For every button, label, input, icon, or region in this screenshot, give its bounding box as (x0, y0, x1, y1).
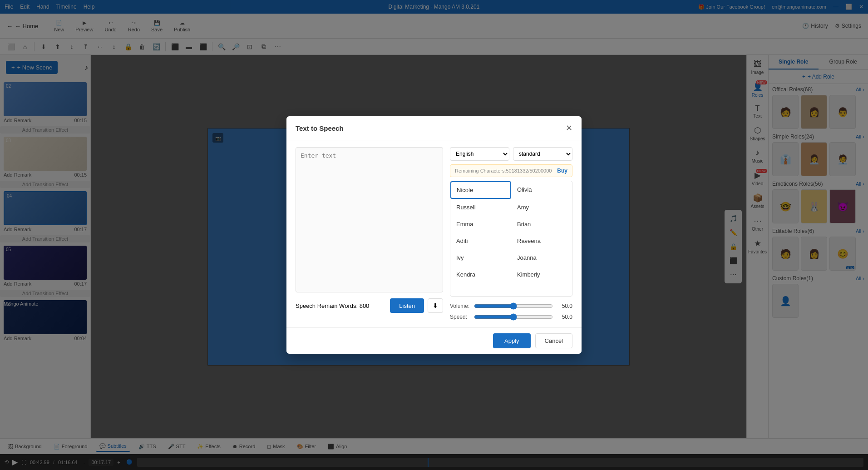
voice-selectors: English Chinese French standard neural (450, 147, 572, 161)
speed-slider[interactable] (474, 313, 553, 321)
voice-item-emma[interactable]: Emma (450, 216, 511, 233)
speed-row: Speed: 50.0 (450, 313, 572, 321)
sliders: Volume: 50.0 Speed: 50.0 (450, 302, 572, 321)
volume-value: 50.0 (557, 303, 572, 309)
volume-slider[interactable] (474, 302, 553, 310)
speech-controls: Speech Remain Words: 800 Listen ⬇ (296, 294, 443, 315)
chars-info: Remaining Characters:50181332/50200000 B… (450, 164, 572, 177)
speed-value: 50.0 (557, 314, 572, 320)
tts-text-input[interactable] (296, 147, 443, 292)
voice-item-aditi[interactable]: Aditi (450, 233, 511, 249)
speech-remain-label: Speech Remain Words: 800 (296, 302, 369, 309)
volume-label: Volume: (450, 303, 470, 309)
tts-modal: Text to Speech ✕ Speech Remain Words: 80… (286, 116, 582, 354)
voice-item-nicole[interactable]: Nicole (450, 181, 511, 199)
modal-header: Text to Speech ✕ (286, 116, 582, 140)
style-select[interactable]: standard neural (513, 147, 572, 161)
listen-button[interactable]: Listen (390, 298, 424, 313)
speed-label: Speed: (450, 314, 470, 320)
voice-list[interactable]: Nicole Olivia Russell Amy Emma Brian Adi… (450, 181, 572, 297)
voice-item-raveena[interactable]: Raveena (511, 233, 572, 249)
voice-item-olivia[interactable]: Olivia (511, 181, 572, 199)
modal-footer: Apply Cancel (286, 327, 582, 354)
modal-close-button[interactable]: ✕ (566, 123, 572, 133)
buy-button[interactable]: Buy (557, 168, 567, 174)
download-button[interactable]: ⬇ (428, 298, 443, 313)
language-select[interactable]: English Chinese French (450, 147, 509, 161)
voice-item-russell[interactable]: Russell (450, 199, 511, 216)
modal-body: Speech Remain Words: 800 Listen ⬇ Englis… (286, 140, 582, 327)
modal-title: Text to Speech (296, 124, 344, 132)
voice-item-joanna[interactable]: Joanna (511, 249, 572, 266)
voice-item-brian[interactable]: Brian (511, 216, 572, 233)
voice-item-kimberly[interactable]: Kimberly (511, 266, 572, 283)
voice-panel: English Chinese French standard neural R… (450, 147, 572, 321)
cancel-button[interactable]: Cancel (535, 333, 572, 348)
modal-overlay[interactable]: Text to Speech ✕ Speech Remain Words: 80… (0, 0, 868, 470)
volume-row: Volume: 50.0 (450, 302, 572, 310)
voice-item-ivy[interactable]: Ivy (450, 249, 511, 266)
chars-remaining: Remaining Characters:50181332/50200000 (455, 168, 552, 173)
apply-button[interactable]: Apply (493, 333, 531, 348)
voice-item-kendra[interactable]: Kendra (450, 266, 511, 283)
text-area-container: Speech Remain Words: 800 Listen ⬇ (296, 147, 443, 321)
voice-list-inner: Nicole Olivia Russell Amy Emma Brian Adi… (450, 181, 572, 283)
voice-item-amy[interactable]: Amy (511, 199, 572, 216)
